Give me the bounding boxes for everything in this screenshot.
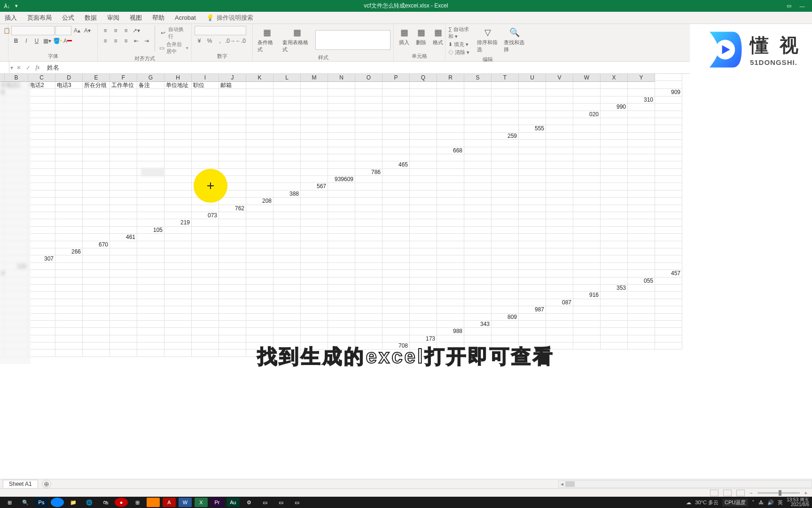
cell[interactable]	[110, 227, 137, 234]
cell[interactable]	[219, 147, 246, 154]
cell[interactable]	[246, 292, 273, 299]
row-header[interactable]	[628, 82, 655, 89]
cell[interactable]	[137, 349, 164, 357]
cell[interactable]	[164, 190, 192, 198]
cell[interactable]	[492, 198, 519, 205]
cell[interactable]	[28, 263, 55, 270]
cell[interactable]	[573, 314, 601, 321]
cell[interactable]	[655, 328, 682, 335]
name-box-dropdown-icon[interactable]: ▾	[9, 64, 14, 71]
cell[interactable]	[573, 255, 601, 262]
tray-up-icon[interactable]: ˄	[752, 500, 755, 506]
column-header[interactable]: C	[28, 74, 55, 82]
cell[interactable]	[5, 335, 28, 342]
cell[interactable]	[492, 278, 519, 285]
cell[interactable]	[328, 285, 355, 292]
cell[interactable]	[328, 96, 355, 103]
cell[interactable]	[164, 335, 192, 342]
cell[interactable]	[246, 96, 273, 103]
font-color-button[interactable]: A	[63, 36, 72, 46]
cell[interactable]	[628, 205, 655, 212]
cell[interactable]	[83, 147, 110, 154]
cell[interactable]	[328, 198, 355, 205]
cell[interactable]	[355, 248, 383, 255]
cell[interactable]	[546, 205, 573, 212]
cell[interactable]	[410, 161, 437, 168]
cell[interactable]	[546, 328, 573, 335]
row-header[interactable]	[519, 292, 546, 299]
cell[interactable]	[410, 190, 437, 198]
cell[interactable]	[464, 328, 492, 335]
cell[interactable]	[83, 176, 110, 183]
cell[interactable]: 310	[628, 96, 655, 103]
cell[interactable]	[573, 299, 601, 306]
cell[interactable]	[655, 342, 682, 349]
cell[interactable]	[192, 140, 219, 147]
name-box[interactable]	[0, 62, 9, 73]
tab-acrobat[interactable]: Acrobat	[175, 14, 196, 21]
cell[interactable]	[464, 278, 492, 285]
cell[interactable]	[110, 140, 137, 147]
cell[interactable]	[573, 103, 601, 111]
insert-cells-button[interactable]: ▦插入	[397, 26, 412, 47]
cell[interactable]	[273, 125, 301, 132]
tab-formula[interactable]: 公式	[62, 14, 74, 22]
cell[interactable]	[246, 154, 273, 161]
cell[interactable]	[110, 125, 137, 132]
cell[interactable]	[492, 190, 519, 198]
acrobat-icon[interactable]: A	[163, 498, 176, 507]
cell[interactable]	[546, 314, 573, 321]
cell[interactable]	[55, 285, 83, 292]
cell[interactable]: 电话2	[28, 82, 55, 89]
cell[interactable]	[355, 183, 383, 190]
cell[interactable]	[83, 219, 110, 226]
cell[interactable]	[355, 190, 383, 198]
cell[interactable]	[437, 118, 464, 125]
cell[interactable]	[437, 183, 464, 190]
cell[interactable]	[273, 234, 301, 241]
cell[interactable]	[573, 234, 601, 241]
cell[interactable]	[219, 118, 246, 125]
app-icon[interactable]	[51, 498, 64, 507]
cell[interactable]	[28, 219, 55, 226]
cell[interactable]: 电话3	[55, 82, 83, 89]
cell[interactable]	[546, 227, 573, 234]
cell[interactable]	[28, 227, 55, 234]
cell[interactable]	[55, 169, 83, 176]
cell[interactable]	[0, 299, 5, 306]
cell[interactable]: 工作单位	[110, 82, 137, 89]
column-header[interactable]: L	[273, 74, 301, 82]
cell[interactable]	[437, 241, 464, 248]
cell[interactable]	[464, 103, 492, 111]
tab-insert[interactable]: 插入	[5, 14, 17, 22]
cell[interactable]	[519, 198, 546, 205]
cell[interactable]	[601, 328, 628, 335]
cell[interactable]	[55, 255, 83, 262]
cell[interactable]	[0, 306, 5, 313]
cell[interactable]	[410, 89, 437, 96]
cell[interactable]	[601, 248, 628, 255]
cell[interactable]	[219, 96, 246, 103]
cell[interactable]	[628, 190, 655, 198]
cell[interactable]	[655, 306, 682, 313]
cell[interactable]	[83, 328, 110, 335]
row-header[interactable]	[601, 270, 628, 277]
zoom-in-icon[interactable]: +	[804, 490, 807, 496]
cell[interactable]	[328, 248, 355, 255]
cell[interactable]	[573, 219, 601, 226]
cell[interactable]	[164, 103, 192, 111]
row-header[interactable]	[655, 74, 682, 81]
cell[interactable]	[628, 183, 655, 190]
cell[interactable]	[601, 133, 628, 140]
cell[interactable]	[0, 103, 5, 111]
cell[interactable]	[628, 176, 655, 183]
cell[interactable]	[164, 241, 192, 248]
app-misc1-icon[interactable]: ⚙	[242, 498, 256, 507]
cell[interactable]	[55, 227, 83, 234]
cell[interactable]	[110, 205, 137, 212]
cell[interactable]	[328, 205, 355, 212]
column-header[interactable]: S	[464, 74, 492, 82]
cell[interactable]: 809	[492, 314, 519, 321]
cell[interactable]	[301, 292, 328, 299]
cell[interactable]	[628, 161, 655, 168]
